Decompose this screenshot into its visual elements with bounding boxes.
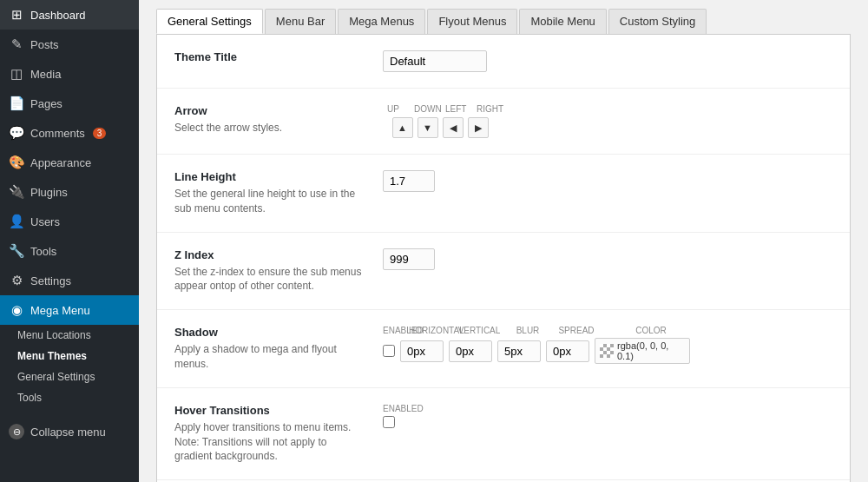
shadow-horizontal-input[interactable] — [400, 340, 444, 362]
sidebar-item-users[interactable]: 👤 Users — [0, 207, 139, 236]
sidebar-item-appearance[interactable]: 🎨 Appearance — [0, 148, 139, 177]
shadow-color-input[interactable]: rgba(0, 0, 0, 0.1) — [595, 338, 690, 364]
sidebar-item-plugins[interactable]: 🔌 Plugins — [0, 177, 139, 207]
sidebar-item-label: Plugins — [30, 186, 68, 199]
left-label: LEFT — [445, 104, 466, 114]
arrow-up-button[interactable]: ▲ — [392, 117, 413, 138]
line-height-input[interactable] — [383, 170, 435, 192]
tab-general-settings[interactable]: General Settings — [156, 9, 263, 34]
color-swatch — [600, 344, 614, 358]
sidebar-item-tools[interactable]: 🔧 Tools — [0, 236, 139, 266]
sidebar-item-label: Mega Menu — [30, 304, 90, 317]
hover-transitions-desc: Apply hover transitions to menu items. N… — [174, 420, 365, 464]
tab-flyout-menus[interactable]: Flyout Menus — [427, 9, 517, 34]
z-index-input[interactable] — [383, 248, 435, 270]
sidebar-item-label: Appearance — [30, 156, 91, 169]
hover-transitions-label: Hover Transitions — [174, 404, 365, 417]
up-label: UP — [383, 104, 404, 114]
sidebar-item-label: Users — [30, 215, 60, 228]
line-height-label: Line Height — [174, 170, 365, 183]
arrow-btn-row: ▲ ▼ ◀ ▶ — [392, 117, 489, 138]
shadow-enabled-checkbox[interactable] — [383, 345, 395, 357]
media-icon: ◫ — [9, 66, 24, 82]
dashboard-icon: ⊞ — [9, 7, 24, 23]
submenu-menu-themes[interactable]: Menu Themes — [0, 346, 139, 366]
right-label: RIGHT — [477, 104, 497, 114]
shadow-label: Shadow — [174, 326, 365, 339]
sidebar-item-label: Dashboard — [30, 9, 86, 22]
z-index-label: Z Index — [174, 248, 365, 261]
sidebar-item-comments[interactable]: 💬 Comments 3 — [0, 118, 139, 148]
arrow-right-button[interactable]: ▶ — [468, 117, 489, 138]
shadow-group: ENABLED HORIZONTAL VERTICAL BLUR SPREAD … — [383, 326, 699, 364]
settings-content: Theme Title Arrow Select the arrow style… — [156, 34, 851, 482]
tools-icon: 🔧 — [9, 243, 24, 259]
arrow-left-button[interactable]: ◀ — [443, 117, 464, 138]
collapse-menu-button[interactable]: ⊖ Collapse menu — [0, 417, 139, 446]
pages-icon: 📄 — [9, 96, 24, 111]
enabled-col-label: ENABLED — [383, 326, 404, 335]
vertical-col-label: VERTICAL — [457, 326, 501, 335]
line-height-desc: Set the general line height to use in th… — [174, 187, 365, 216]
hover-transitions-checkbox[interactable] — [383, 416, 395, 428]
posts-icon: ✎ — [9, 36, 24, 52]
submenu-menu-locations[interactable]: Menu Locations — [0, 325, 139, 346]
hover-transitions-control: ENABLED — [383, 404, 832, 428]
shadow-spread-input[interactable] — [546, 340, 589, 362]
users-icon: 👤 — [9, 214, 24, 229]
sidebar: ⊞ Dashboard ✎ Posts ◫ Media 📄 Pages 💬 Co… — [0, 0, 139, 482]
sidebar-item-mega-menu[interactable]: ◉ Mega Menu — [0, 295, 139, 325]
spread-col-label: SPREAD — [555, 326, 598, 335]
submenu-label: Menu Locations — [17, 329, 91, 341]
sidebar-item-label: Tools — [30, 245, 56, 258]
collapse-label: Collapse menu — [30, 426, 106, 439]
tab-mobile-menu[interactable]: Mobile Menu — [519, 9, 606, 34]
tab-custom-styling[interactable]: Custom Styling — [608, 9, 707, 34]
horizontal-col-label: HORIZONTAL — [409, 326, 452, 335]
z-index-desc: Set the z-index to ensure the sub menus … — [174, 265, 365, 294]
mega-menu-icon: ◉ — [9, 302, 24, 318]
theme-title-control — [383, 50, 832, 72]
shadow-vertical-input[interactable] — [449, 340, 492, 362]
setting-z-index: Z Index Set the z-index to ensure the su… — [157, 233, 850, 311]
setting-hover-transitions: Hover Transitions Apply hover transition… — [157, 388, 850, 480]
tab-bar: General Settings Menu Bar Mega Menus Fly… — [156, 9, 851, 34]
tab-mega-menus[interactable]: Mega Menus — [338, 9, 425, 34]
sidebar-item-settings[interactable]: ⚙ Settings — [0, 266, 139, 295]
submenu-label: Tools — [17, 392, 42, 404]
arrow-label: Arrow — [174, 104, 365, 117]
submenu-tools[interactable]: Tools — [0, 387, 139, 408]
setting-line-height: Line Height Set the general line height … — [157, 155, 850, 233]
collapse-icon: ⊖ — [9, 424, 24, 439]
arrow-buttons-group: UP DOWN LEFT RIGHT ▲ ▼ ◀ ▶ — [383, 104, 497, 138]
line-height-control — [383, 170, 832, 192]
shadow-inputs: rgba(0, 0, 0, 0.1) — [383, 338, 699, 364]
blur-col-label: BLUR — [506, 326, 549, 335]
down-label: DOWN — [414, 104, 435, 114]
main-content: General Settings Menu Bar Mega Menus Fly… — [139, 0, 868, 482]
setting-theme-title: Theme Title — [157, 35, 850, 89]
sidebar-item-label: Settings — [30, 274, 71, 287]
plugins-icon: 🔌 — [9, 184, 24, 200]
arrow-down-button[interactable]: ▼ — [418, 117, 438, 138]
sidebar-item-label: Media — [30, 68, 61, 81]
color-col-label: COLOR — [603, 326, 699, 335]
shadow-blur-input[interactable] — [497, 340, 541, 362]
color-value: rgba(0, 0, 0, 0.1) — [617, 340, 685, 361]
tab-menu-bar[interactable]: Menu Bar — [265, 9, 336, 34]
theme-title-input[interactable] — [383, 50, 487, 72]
arrow-control: UP DOWN LEFT RIGHT ▲ ▼ ◀ ▶ — [383, 104, 832, 138]
comments-icon: 💬 — [9, 125, 24, 141]
submenu-label: Menu Themes — [17, 350, 87, 362]
sidebar-item-pages[interactable]: 📄 Pages — [0, 89, 139, 118]
sidebar-item-dashboard[interactable]: ⊞ Dashboard — [0, 0, 139, 30]
appearance-icon: 🎨 — [9, 155, 24, 170]
setting-shadow: Shadow Apply a shadow to mega and flyout… — [157, 310, 850, 388]
setting-arrow: Arrow Select the arrow styles. UP DOWN L… — [157, 89, 850, 155]
z-index-control — [383, 248, 832, 270]
sidebar-item-media[interactable]: ◫ Media — [0, 59, 139, 89]
sidebar-item-posts[interactable]: ✎ Posts — [0, 30, 139, 59]
submenu-general-settings[interactable]: General Settings — [0, 366, 139, 387]
arrow-desc: Select the arrow styles. — [174, 121, 365, 135]
shadow-control: ENABLED HORIZONTAL VERTICAL BLUR SPREAD … — [383, 326, 832, 364]
